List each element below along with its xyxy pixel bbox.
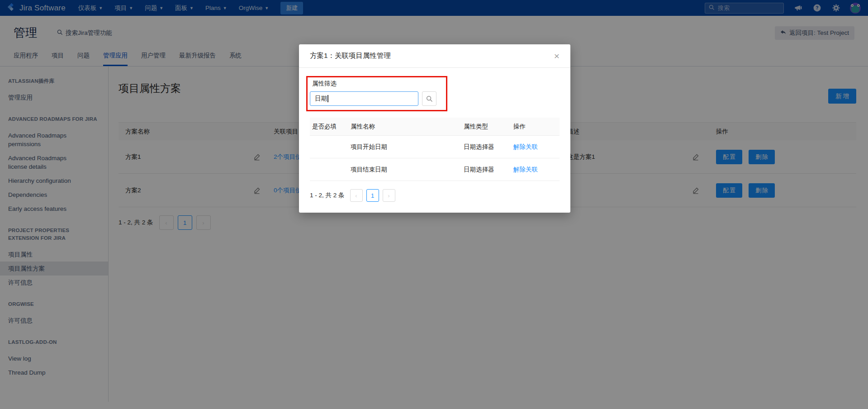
search-icon: [426, 95, 433, 102]
next-page-button[interactable]: ›: [383, 189, 395, 202]
filter-label: 属性筛选: [312, 80, 560, 88]
modal-table-header: 是否必填 属性名称 属性类型 操作: [310, 118, 560, 136]
modal-properties-table: 是否必填 属性名称 属性类型 操作 × 项目开始日期 日期选择器 解除关联 × …: [310, 118, 560, 181]
property-name: 项目结束日期: [351, 166, 464, 174]
filter-search-button[interactable]: [422, 91, 436, 106]
modal-pagination: 1 - 2, 共 2 条 ‹ 1 ›: [310, 189, 560, 202]
property-filter-input[interactable]: 日期: [310, 91, 418, 106]
col-header-required: 是否必填: [310, 123, 351, 131]
modal-table-row: × 项目结束日期 日期选择器 解除关联: [310, 158, 560, 181]
col-header-prop-type: 属性类型: [464, 123, 513, 131]
col-header-prop-name: 属性名称: [351, 123, 464, 131]
unlink-action[interactable]: 解除关联: [513, 166, 538, 173]
modal-table-row: × 项目开始日期 日期选择器 解除关联: [310, 136, 560, 158]
link-properties-modal: 方案1：关联项目属性管理 × 属性筛选 日期 是否必填 属性名称 属性类型 操作: [299, 44, 570, 213]
property-type: 日期选择器: [464, 143, 513, 151]
property-name: 项目开始日期: [351, 143, 464, 151]
unlink-action[interactable]: 解除关联: [513, 143, 538, 150]
text-caret: [327, 95, 328, 102]
modal-body: 属性筛选 日期 是否必填 属性名称 属性类型 操作 × 项目开始日期: [299, 68, 570, 213]
pagination-summary: 1 - 2, 共 2 条: [310, 191, 345, 200]
close-icon[interactable]: ×: [554, 51, 560, 61]
app-root: Jira Software 仪表板▼ 项目▼ 问题▼ 面板▼ Plans▼ Or…: [0, 0, 868, 409]
prev-page-button[interactable]: ‹: [350, 189, 363, 202]
modal-title: 方案1：关联项目属性管理: [310, 51, 391, 61]
col-header-ops: 操作: [513, 123, 560, 131]
page-1-button[interactable]: 1: [366, 189, 379, 202]
property-type: 日期选择器: [464, 166, 513, 174]
modal-header: 方案1：关联项目属性管理 ×: [299, 44, 570, 68]
